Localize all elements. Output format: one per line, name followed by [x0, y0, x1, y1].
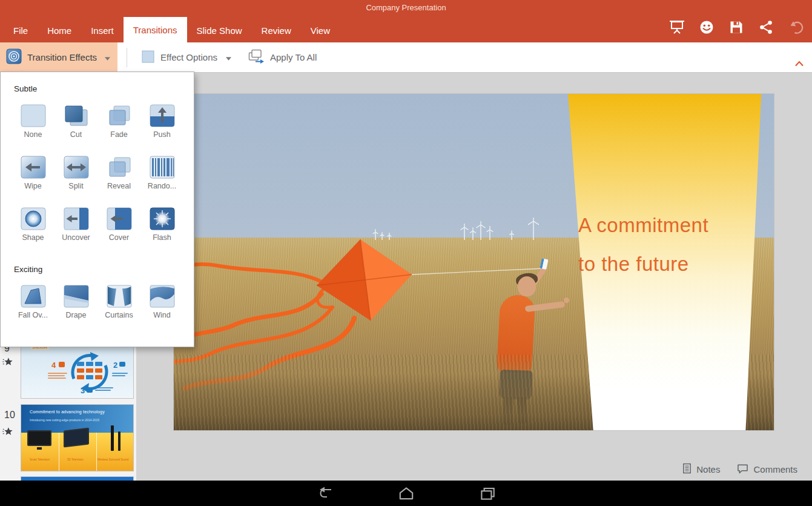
tab-home[interactable]: Home [38, 18, 81, 42]
powerpoint-app: Company Presentation FileHomeInsertTrans… [0, 0, 812, 506]
share-icon[interactable] [758, 19, 774, 35]
transition-wipe[interactable]: Wipe [12, 156, 54, 190]
thumb10-caption: Wireless Surround Sound [97, 458, 128, 461]
ribbon-tabs: FileHomeInsertTransitionsSlide ShowRevie… [4, 17, 340, 42]
transition-curtains[interactable]: Curtains [97, 285, 140, 319]
transition-label: Reveal [107, 182, 131, 190]
undo-icon[interactable] [788, 19, 804, 35]
comments-button[interactable]: Comments [737, 464, 797, 476]
transition-label: Push [153, 130, 171, 139]
apply-to-all-button[interactable]: Apply To All [248, 49, 317, 66]
home-icon[interactable] [397, 485, 415, 501]
uncover-transition-icon [64, 207, 89, 230]
document-title: Company Presentation [0, 3, 812, 12]
cover-transition-icon [107, 207, 132, 230]
thumb10-caption: 3D Television [67, 458, 84, 461]
ribbon-divider [127, 48, 127, 67]
titlebar: Company Presentation FileHomeInsertTrans… [0, 0, 812, 42]
transition-label: Curtains [105, 311, 133, 319]
thumb10-caption: Smart Television [30, 458, 50, 461]
transition-fade[interactable]: Fade [97, 104, 140, 139]
transition-label: Fade [110, 130, 128, 139]
recent-apps-icon[interactable] [478, 485, 497, 501]
transition-label: Wind [153, 311, 170, 319]
transition-cover[interactable]: Cover [97, 207, 140, 242]
present-slideshow-icon[interactable] [669, 19, 685, 35]
transition-cut[interactable]: Cut [54, 104, 97, 139]
ribbon: Transition Effects Effect Options Apply … [0, 42, 812, 73]
transition-none[interactable]: None [12, 104, 54, 139]
tab-insert[interactable]: Insert [81, 18, 124, 42]
thumb9-step-3: 3 [81, 386, 85, 395]
tab-slide-show[interactable]: Slide Show [187, 18, 252, 42]
transition-reveal[interactable]: Reveal [97, 156, 140, 190]
transition-star-icon [2, 357, 13, 367]
transition-uncover[interactable]: Uncover [54, 207, 97, 242]
transition-label: Cover [109, 233, 129, 242]
transition-effects-label: Transition Effects [27, 52, 97, 62]
transition-label: Cut [70, 130, 82, 139]
tab-transitions[interactable]: Transitions [124, 17, 187, 42]
thumb9-step-4: 4 [51, 361, 56, 370]
menu-section-subtle: Subtle [14, 84, 194, 93]
none-transition-icon [21, 104, 46, 127]
thumb9-step-2: 2 [113, 361, 117, 370]
transition-drape[interactable]: Drape [54, 285, 97, 319]
flash-transition-icon [150, 207, 175, 230]
transition-split[interactable]: Split [54, 156, 97, 190]
drape-transition-icon [64, 285, 89, 308]
transition-random-bars[interactable]: Rando... [140, 156, 183, 190]
transition-label: None [24, 130, 42, 139]
transition-wind[interactable]: Wind [140, 285, 183, 319]
tab-view[interactable]: View [301, 18, 340, 42]
cut-transition-icon [64, 104, 89, 127]
thumb10-title: Commitment to advancing technology [30, 410, 105, 414]
random-bars-transition-icon [150, 156, 175, 179]
speaker-image [111, 425, 114, 451]
back-icon[interactable] [316, 485, 334, 501]
transition-label: Rando... [148, 182, 176, 190]
transition-shape[interactable]: Shape [12, 207, 54, 242]
transition-label: Flash [153, 233, 171, 242]
transition-effects-icon [6, 48, 22, 67]
transition-label: Fall Ov... [18, 311, 48, 319]
notes-label: Notes [696, 464, 720, 474]
push-transition-icon [150, 104, 175, 127]
transition-label: Drape [65, 311, 86, 319]
fall-over-transition-icon [21, 285, 46, 308]
titlebar-icons [669, 19, 804, 35]
smiley-feedback-icon[interactable] [699, 19, 715, 35]
chevron-down-icon [226, 52, 231, 62]
tv-image [27, 430, 51, 446]
tab-review[interactable]: Review [252, 18, 301, 42]
reveal-transition-icon [107, 156, 132, 179]
transition-fall-over[interactable]: Fall Ov... [12, 285, 54, 319]
wind-transition-icon [150, 285, 175, 308]
slide-thumbnail-10[interactable]: Commitment to advancing technology Intro… [21, 405, 133, 471]
comments-icon [737, 464, 748, 476]
transition-flash[interactable]: Flash [140, 207, 183, 242]
transition-tiles-subtle: NoneCutFadePushWipeSplitRevealRando...Sh… [1, 104, 194, 259]
slide-canvas[interactable]: A commitment to the future [174, 94, 774, 430]
transition-label: Wipe [24, 182, 41, 190]
effect-options-button[interactable]: Effect Options [142, 50, 231, 65]
menu-section-exciting: Exciting [14, 265, 194, 274]
transition-effects-button[interactable]: Transition Effects [0, 42, 117, 73]
collapse-ribbon-chevron-icon[interactable] [794, 58, 804, 64]
transition-label: Split [68, 182, 83, 190]
transition-push[interactable]: Push [140, 104, 183, 139]
wipe-transition-icon [21, 156, 46, 179]
apply-to-all-label: Apply To All [270, 52, 317, 62]
save-icon[interactable] [728, 19, 744, 35]
transition-star-icon [2, 427, 13, 436]
slide-heading-line1: A commitment [578, 214, 708, 237]
tab-file[interactable]: File [4, 18, 38, 42]
slide-heading: A commitment to the future [578, 214, 708, 276]
thumb10-subtitle: Introducing new cutting edge products in… [30, 418, 99, 422]
notes-button[interactable]: Notes [682, 463, 720, 476]
transition-label: Shape [22, 233, 44, 242]
transition-tiles-exciting: Fall Ov...DrapeCurtainsWind [1, 285, 194, 336]
speaker-image [118, 431, 120, 451]
split-transition-icon [64, 156, 89, 179]
transition-effects-menu: SubtleNoneCutFadePushWipeSplitRevealRand… [0, 72, 194, 347]
